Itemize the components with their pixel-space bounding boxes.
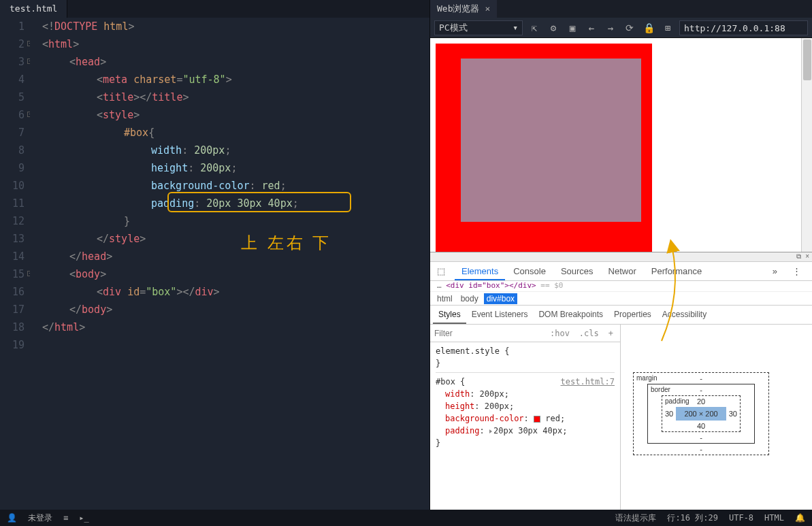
grid-icon[interactable]: ⊞ (660, 20, 675, 35)
editor-tabs: test.html (0, 0, 429, 18)
mode-label: PC模式 (439, 22, 468, 34)
dock-icon[interactable]: ⧉ (796, 252, 801, 261)
devtools-tab-sources[interactable]: Sources (554, 262, 600, 280)
breadcrumb-item[interactable]: div#box (484, 293, 517, 304)
menu-icon[interactable]: ⋮ (785, 262, 808, 280)
login-status[interactable]: 未登录 (28, 512, 52, 524)
styles-panel[interactable]: element.style {}test.html:7#box {width: … (430, 342, 620, 510)
url-bar[interactable]: http://127.0.0.1:88 (679, 20, 808, 35)
subtab-accessibility[interactable]: Accessibility (657, 306, 712, 324)
refresh-icon[interactable]: ⟳ (622, 20, 637, 35)
open-external-icon[interactable]: ⇱ (527, 20, 542, 35)
close-devtools-icon[interactable]: × (805, 252, 809, 261)
encoding[interactable]: UTF-8 (729, 513, 753, 523)
close-icon[interactable]: × (485, 0, 490, 18)
back-icon[interactable]: ← (584, 20, 599, 35)
browser-tab[interactable]: Web浏览器 × (430, 0, 497, 18)
annotation-text: 上 左右 下 (241, 234, 331, 252)
syntax-hint[interactable]: 语法提示库 (615, 512, 656, 524)
bell-icon[interactable]: 🔔 (795, 513, 805, 523)
add-rule-icon[interactable]: + (606, 329, 616, 338)
mode-select[interactable]: PC模式▾ (434, 20, 523, 35)
devtools-tab-performance[interactable]: Performance (645, 262, 709, 280)
terminal-icon[interactable]: ▸_ (79, 513, 88, 523)
breadcrumb-item[interactable]: body (458, 293, 481, 304)
devtools-tab-console[interactable]: Console (506, 262, 553, 280)
scrollbar[interactable] (801, 38, 812, 252)
editor-tab[interactable]: test.html (0, 0, 67, 18)
styles-filter-input[interactable] (434, 329, 543, 338)
rendered-box-inner (461, 59, 641, 222)
lock-icon[interactable]: 🔒 (641, 20, 656, 35)
box-model-diagram: margin- border- padding 20 30 30 40 200 … (633, 372, 769, 455)
subtab-styles[interactable]: Styles (433, 306, 466, 324)
subtab-dom-breakpoints[interactable]: DOM Breakpoints (533, 306, 608, 324)
user-icon[interactable]: 👤 (7, 513, 17, 523)
breadcrumb-item[interactable]: html (434, 293, 455, 304)
breadcrumb: htmlbodydiv#box (430, 292, 812, 306)
statusbar: 👤 未登录 ≡ ▸_ 语法提示库 行:16 列:29 UTF-8 HTML 🔔 (0, 510, 812, 526)
devtools-tab-elements[interactable]: Elements (455, 262, 505, 280)
page-render (430, 38, 812, 252)
devtools: ⧉× ⬚ ElementsConsoleSourcesNetworPerform… (430, 252, 812, 510)
gear-icon[interactable]: ⚙ (546, 20, 561, 35)
dom-preview[interactable]: … <div id="box"></div> == $0 (430, 281, 812, 292)
more-icon[interactable]: » (766, 262, 784, 280)
browser-tab-label: Web浏览器 (437, 0, 479, 18)
cursor-pos: 行:16 列:29 (667, 512, 718, 524)
subtab-properties[interactable]: Properties (608, 306, 657, 324)
screenshot-icon[interactable]: ▣ (565, 20, 580, 35)
hov-button[interactable]: :hov (547, 329, 572, 338)
highlight-annotation (167, 192, 351, 212)
inspect-icon[interactable]: ⬚ (434, 266, 448, 276)
subtab-event-listeners[interactable]: Event Listeners (466, 306, 534, 324)
cls-button[interactable]: .cls (576, 329, 602, 338)
language[interactable]: HTML (764, 513, 784, 523)
styles-subtabs: StylesEvent ListenersDOM BreakpointsProp… (430, 306, 812, 325)
list-icon[interactable]: ≡ (63, 513, 68, 523)
forward-icon[interactable]: → (603, 20, 618, 35)
devtools-tab-networ[interactable]: Networ (602, 262, 643, 280)
code-editor[interactable]: 12-3-456-789101112131415-16171819 <!DOCT… (0, 18, 429, 510)
